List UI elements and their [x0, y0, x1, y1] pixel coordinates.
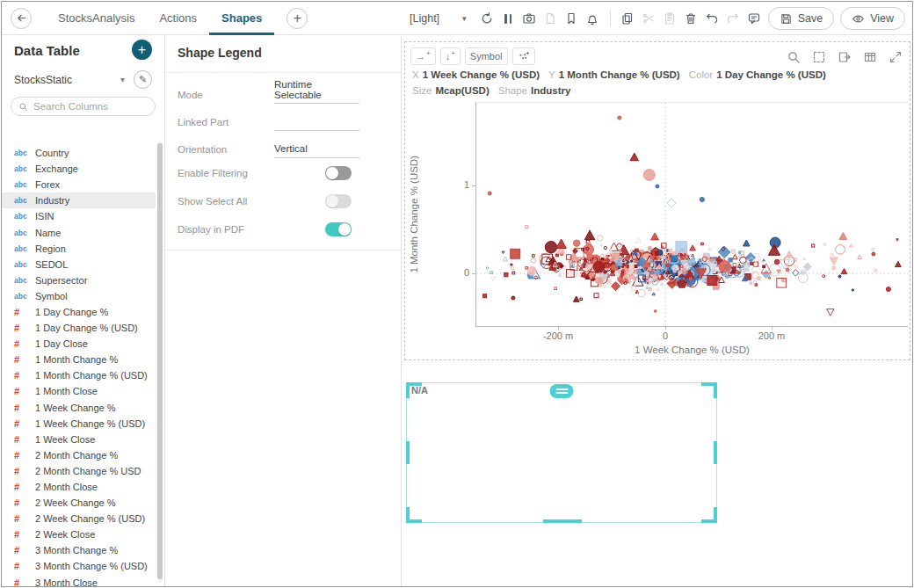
selection-handle-bottom-left[interactable]	[406, 519, 422, 523]
data-table-panel: Data Table + StocksStatic ▾ ✎ abcCountry…	[2, 36, 165, 586]
x-tick-mark	[772, 326, 773, 330]
add-data-table-button[interactable]: +	[132, 40, 152, 60]
shape-binding-value[interactable]: Industry	[531, 85, 570, 96]
edit-table-button[interactable]: ✎	[134, 70, 152, 89]
sidebar-scrollbar[interactable]	[157, 142, 163, 583]
column-item[interactable]: abcExchange	[2, 161, 156, 177]
add-visual-button[interactable]	[512, 47, 535, 65]
symbol-chip[interactable]: Symbol	[465, 47, 508, 65]
column-item[interactable]: #1 Week Change %	[2, 400, 156, 416]
export-pdf-button[interactable]	[543, 11, 558, 26]
column-item[interactable]: #1 Day Change % (USD)	[2, 320, 156, 336]
tab-shapes[interactable]: Shapes	[209, 2, 274, 35]
column-item[interactable]: abcSupersector	[2, 272, 156, 288]
pause-button[interactable]	[501, 11, 516, 26]
column-item[interactable]: #3 Month Close	[2, 575, 156, 586]
back-button[interactable]	[11, 8, 32, 29]
column-item[interactable]: #1 Month Change %	[2, 352, 156, 367]
comments-button[interactable]	[747, 11, 762, 26]
magnifier-icon	[787, 50, 801, 64]
selection-handle-left[interactable]	[406, 441, 410, 464]
chart-toolbar: →+ ↓+ Symbol	[410, 47, 535, 65]
y-binding-value[interactable]: 1 Month Change % (USD)	[559, 69, 680, 80]
column-item[interactable]: abcName	[2, 224, 156, 240]
copy-button[interactable]	[620, 11, 635, 26]
text-column-icon: abc	[14, 212, 35, 221]
add-x-axis-button[interactable]: →+	[410, 47, 436, 65]
selection-handle-right[interactable]	[714, 441, 717, 464]
selection-handle-top-right[interactable]	[701, 382, 717, 386]
refresh-button[interactable]	[480, 11, 495, 26]
show-select-all-toggle[interactable]	[325, 194, 352, 208]
display-in-pdf-row: Display in PDF	[178, 215, 388, 243]
scrollbar-thumb[interactable]	[157, 143, 163, 579]
column-item[interactable]: #1 Month Close	[2, 383, 156, 399]
column-label: 3 Month Change % (USD)	[35, 561, 148, 571]
column-item[interactable]: #2 Week Change %	[2, 495, 156, 511]
add-sheet-button[interactable]: +	[287, 8, 308, 29]
export-data-button[interactable]	[838, 50, 852, 64]
color-binding-value[interactable]: 1 Day Change % (USD)	[716, 69, 826, 80]
orientation-value[interactable]: Vertical	[274, 143, 359, 158]
shape-legend-widget-selected[interactable]: N/A	[406, 382, 717, 523]
selection-handle-top-left[interactable]	[406, 382, 422, 386]
column-item[interactable]: abcForex	[2, 177, 156, 192]
y-tick-mark	[472, 273, 476, 274]
column-item[interactable]: #1 Day Close	[2, 336, 156, 352]
cut-button[interactable]	[642, 11, 656, 26]
column-item[interactable]: abcSymbol	[2, 288, 156, 304]
column-item[interactable]: #2 Week Change % (USD)	[2, 511, 156, 526]
linked-part-value[interactable]	[274, 116, 359, 131]
zoom-button[interactable]	[787, 50, 801, 64]
column-item[interactable]: abcSEDOL	[2, 257, 156, 272]
column-item[interactable]: #2 Week Close	[2, 526, 156, 542]
table-caret-down-icon[interactable]: ▾	[120, 75, 125, 84]
column-item[interactable]: #1 Week Close	[2, 432, 156, 447]
undo-button[interactable]	[705, 11, 720, 26]
x-binding-value[interactable]: 1 Week Change % (USD)	[423, 69, 540, 80]
table-view-button[interactable]	[863, 50, 877, 64]
tab-stocksanalysis[interactable]: StocksAnalysis	[46, 2, 147, 35]
selection-handle-bottom-right[interactable]	[701, 519, 717, 523]
column-item[interactable]: abcRegion	[2, 241, 156, 257]
theme-select[interactable]: [Light] ▾	[410, 12, 467, 25]
redo-icon	[726, 11, 740, 25]
marquee-select-button[interactable]	[812, 50, 826, 64]
save-button[interactable]: Save	[768, 7, 835, 30]
column-item[interactable]: abcCountry	[2, 145, 156, 161]
view-button[interactable]: View	[840, 7, 905, 30]
column-item[interactable]: abcISIN	[2, 208, 156, 224]
display-in-pdf-toggle[interactable]	[325, 222, 352, 236]
widget-drag-handle[interactable]	[550, 384, 574, 398]
size-binding-value[interactable]: Mcap(USD)	[435, 85, 489, 96]
delete-button[interactable]	[684, 11, 699, 26]
tab-actions[interactable]: Actions	[147, 2, 209, 35]
scatter-plot-area[interactable]: 1 0 -200 m 0 200 m 1 Week Change % (USD)	[475, 102, 908, 327]
enable-filtering-toggle[interactable]	[325, 166, 352, 180]
column-item[interactable]: #2 Month Change % USD	[2, 463, 156, 479]
column-item[interactable]: #2 Month Change %	[2, 447, 156, 463]
snapshot-button[interactable]	[522, 11, 537, 26]
arrow-right-icon: →	[416, 51, 425, 62]
column-item[interactable]: abcIndustry	[2, 192, 156, 208]
scatter-plot-widget[interactable]: →+ ↓+ Symbol X1 Week Change % (USD)Y1 Mo…	[404, 41, 910, 360]
search-columns-input[interactable]	[33, 101, 139, 112]
column-item[interactable]: #1 Week Change % (USD)	[2, 416, 156, 432]
column-item[interactable]: #3 Month Change %	[2, 542, 156, 558]
column-item[interactable]: #3 Month Change % (USD)	[2, 558, 156, 574]
add-y-axis-button[interactable]: ↓+	[440, 47, 461, 65]
paste-button[interactable]	[663, 11, 678, 26]
column-item[interactable]: #1 Day Change %	[2, 304, 156, 320]
column-label: 1 Day Change %	[35, 307, 108, 317]
maximize-button[interactable]	[889, 50, 903, 64]
notifications-button[interactable]	[585, 11, 600, 26]
workbook-tabs: StocksAnalysis Actions Shapes	[46, 2, 274, 35]
refresh-icon	[480, 11, 494, 25]
column-item[interactable]: #2 Month Close	[2, 479, 156, 495]
redo-button[interactable]	[726, 11, 741, 26]
column-item[interactable]: #1 Month Change % (USD)	[2, 367, 156, 383]
bookmark-button[interactable]	[564, 11, 579, 26]
selection-handle-bottom[interactable]	[543, 519, 582, 523]
mode-value[interactable]: Runtime Selectable	[274, 79, 359, 104]
column-label: 1 Month Change %	[35, 354, 118, 365]
